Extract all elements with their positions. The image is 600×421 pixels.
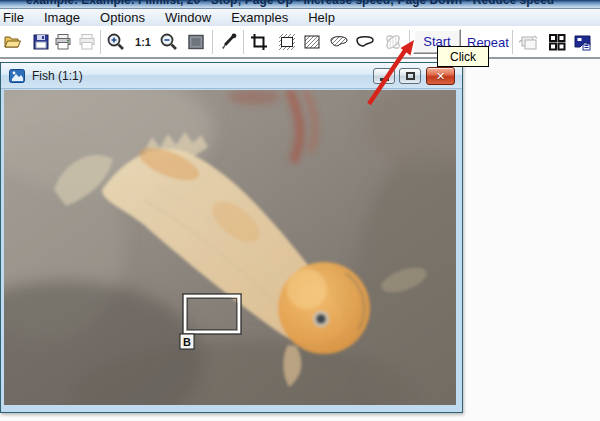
tile-windows-icon[interactable] bbox=[546, 31, 568, 53]
toolbar: 1:1 Start Repeat bbox=[0, 26, 600, 59]
selection-label-badge: B bbox=[180, 334, 194, 349]
minimize-button[interactable] bbox=[373, 68, 395, 84]
menu-help[interactable]: Help bbox=[298, 9, 345, 26]
select-rect-filled-icon[interactable] bbox=[301, 31, 323, 53]
menu-file[interactable]: File bbox=[0, 9, 34, 26]
fish-window-titlebar[interactable]: Fish (1:1) ✕ bbox=[1, 63, 462, 89]
maximize-button[interactable] bbox=[399, 68, 421, 84]
lasso-icon[interactable] bbox=[354, 31, 376, 53]
print-icon[interactable] bbox=[52, 31, 74, 53]
application-window: example: Example: Filmlist, 20 - Stop; P… bbox=[0, 0, 600, 421]
actual-size-label: 1:1 bbox=[135, 36, 151, 48]
close-icon: ✕ bbox=[436, 71, 445, 82]
close-button[interactable]: ✕ bbox=[426, 67, 455, 85]
toolbar-separator bbox=[212, 30, 213, 54]
app-title-text: example: Example: Filmlist, 20 - Stop; P… bbox=[26, 0, 554, 7]
copy-transform-icon[interactable] bbox=[517, 31, 539, 53]
image-document-icon bbox=[9, 69, 25, 83]
fish-window-title: Fish (1:1) bbox=[32, 69, 83, 83]
actual-size-button[interactable]: 1:1 bbox=[133, 31, 153, 53]
lasso-hatched-icon[interactable] bbox=[328, 31, 350, 53]
menu-options[interactable]: Options bbox=[90, 9, 155, 26]
image-canvas[interactable]: B bbox=[4, 90, 456, 405]
toolbar-separator bbox=[243, 30, 244, 54]
selection-label: B bbox=[183, 336, 191, 348]
open-folder-icon[interactable] bbox=[1, 31, 23, 53]
toolbar-separator bbox=[100, 30, 101, 54]
toolbar-separator bbox=[512, 30, 513, 54]
menu-examples[interactable]: Examples bbox=[221, 9, 298, 26]
zoom-out-icon[interactable] bbox=[158, 31, 180, 53]
tooltip-text: Click bbox=[450, 50, 476, 64]
eyedropper-icon[interactable] bbox=[217, 31, 239, 53]
save-icon[interactable] bbox=[30, 31, 52, 53]
menu-image[interactable]: Image bbox=[34, 9, 90, 26]
click-tooltip: Click bbox=[437, 46, 489, 67]
menu-window[interactable]: Window bbox=[155, 9, 221, 26]
maximize-icon bbox=[406, 72, 415, 80]
menubar: File Image Options Window Examples Help bbox=[0, 9, 600, 26]
film-tool-icon[interactable] bbox=[571, 31, 593, 53]
minimize-icon bbox=[380, 78, 389, 81]
toolbar-separator bbox=[409, 30, 410, 54]
fish-image-window: Fish (1:1) ✕ bbox=[0, 62, 463, 413]
print-preview-icon[interactable] bbox=[76, 31, 98, 53]
full-screen-icon[interactable] bbox=[185, 31, 207, 53]
app-titlebar[interactable]: example: Example: Filmlist, 20 - Stop; P… bbox=[0, 0, 600, 9]
select-rect-marquee-icon[interactable] bbox=[276, 31, 298, 53]
zoom-in-icon[interactable] bbox=[105, 31, 127, 53]
deselect-icon[interactable] bbox=[382, 31, 404, 53]
crop-icon[interactable] bbox=[248, 31, 270, 53]
